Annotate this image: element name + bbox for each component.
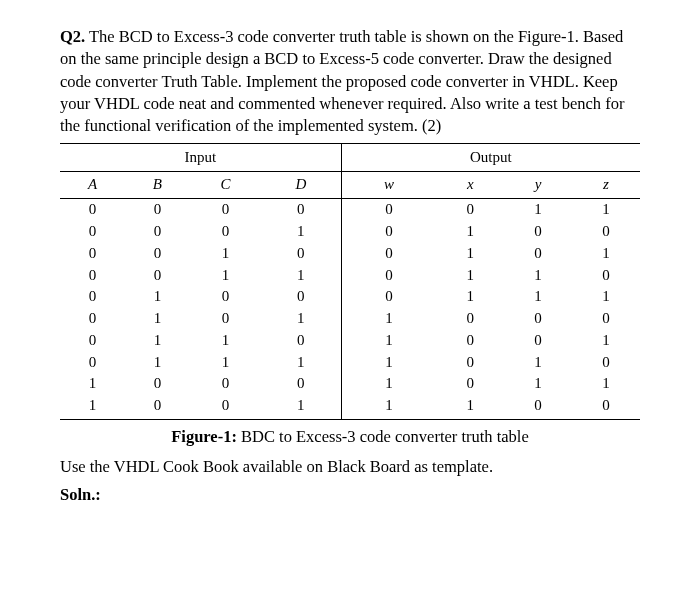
table-cell: 1 <box>572 373 640 395</box>
table-cell: 0 <box>436 351 504 373</box>
table-row: 01101001 <box>60 329 640 351</box>
table-cell: 0 <box>261 373 341 395</box>
table-row: 01111010 <box>60 351 640 373</box>
table-cell: 0 <box>341 242 436 264</box>
table-cell: 0 <box>190 221 261 243</box>
col-z: z <box>572 171 640 198</box>
col-x: x <box>436 171 504 198</box>
table-cell: 1 <box>572 329 640 351</box>
table-cell: 1 <box>125 329 190 351</box>
truth-table-container: Input Output A B C D w x y z 00000011000… <box>60 143 640 420</box>
table-cell: 0 <box>341 221 436 243</box>
table-column-header-row: A B C D w x y z <box>60 171 640 198</box>
table-row: 00100101 <box>60 242 640 264</box>
table-cell: 1 <box>125 351 190 373</box>
table-cell: 0 <box>436 198 504 220</box>
table-group-header-row: Input Output <box>60 144 640 171</box>
table-cell: 0 <box>261 286 341 308</box>
table-cell: 0 <box>572 395 640 420</box>
table-cell: 0 <box>125 221 190 243</box>
table-cell: 1 <box>60 395 125 420</box>
table-cell: 0 <box>436 373 504 395</box>
figure-label: Figure-1: <box>171 427 237 446</box>
figure-text: BDC to Excess-3 code converter truth tab… <box>237 427 529 446</box>
table-cell: 0 <box>504 329 572 351</box>
table-cell: 0 <box>60 198 125 220</box>
table-row: 01011000 <box>60 308 640 330</box>
table-cell: 1 <box>125 286 190 308</box>
table-cell: 1 <box>504 373 572 395</box>
table-cell: 0 <box>504 395 572 420</box>
table-cell: 0 <box>60 329 125 351</box>
table-cell: 0 <box>60 308 125 330</box>
table-cell: 0 <box>341 286 436 308</box>
table-row: 10011100 <box>60 395 640 420</box>
table-body: 0000001100010100001001010011011001000111… <box>60 198 640 419</box>
solution-label: Soln.: <box>60 484 640 506</box>
table-cell: 0 <box>60 242 125 264</box>
table-cell: 0 <box>261 329 341 351</box>
table-cell: 0 <box>190 395 261 420</box>
table-cell: 0 <box>341 198 436 220</box>
table-cell: 1 <box>341 351 436 373</box>
table-cell: 0 <box>341 264 436 286</box>
table-cell: 0 <box>504 221 572 243</box>
table-cell: 1 <box>341 329 436 351</box>
table-cell: 1 <box>261 395 341 420</box>
table-cell: 0 <box>60 351 125 373</box>
table-cell: 1 <box>190 351 261 373</box>
table-cell: 1 <box>504 264 572 286</box>
col-B: B <box>125 171 190 198</box>
question-body: The BCD to Excess-3 code converter truth… <box>60 27 624 135</box>
table-cell: 1 <box>261 308 341 330</box>
table-cell: 0 <box>261 242 341 264</box>
table-cell: 0 <box>261 198 341 220</box>
table-cell: 1 <box>341 395 436 420</box>
table-cell: 1 <box>572 242 640 264</box>
table-cell: 1 <box>341 308 436 330</box>
table-row: 01000111 <box>60 286 640 308</box>
table-row: 00010100 <box>60 221 640 243</box>
table-cell: 0 <box>436 308 504 330</box>
table-cell: 1 <box>436 221 504 243</box>
table-row: 00110110 <box>60 264 640 286</box>
table-cell: 0 <box>504 242 572 264</box>
table-cell: 0 <box>190 373 261 395</box>
table-cell: 1 <box>504 198 572 220</box>
table-cell: 0 <box>60 264 125 286</box>
table-cell: 1 <box>190 264 261 286</box>
table-cell: 1 <box>572 198 640 220</box>
group-header-input: Input <box>60 144 341 171</box>
table-cell: 1 <box>436 286 504 308</box>
footnote-text: Use the VHDL Cook Book available on Blac… <box>60 456 640 478</box>
table-cell: 1 <box>504 351 572 373</box>
table-cell: 1 <box>436 264 504 286</box>
col-D: D <box>261 171 341 198</box>
table-cell: 0 <box>504 308 572 330</box>
truth-table: Input Output A B C D w x y z 00000011000… <box>60 143 640 420</box>
table-cell: 0 <box>436 329 504 351</box>
table-cell: 1 <box>261 351 341 373</box>
table-cell: 0 <box>125 373 190 395</box>
table-cell: 0 <box>190 286 261 308</box>
table-cell: 0 <box>190 308 261 330</box>
table-cell: 0 <box>572 221 640 243</box>
table-cell: 0 <box>125 198 190 220</box>
question-label: Q2. <box>60 27 85 46</box>
table-row: 00000011 <box>60 198 640 220</box>
group-header-output: Output <box>341 144 640 171</box>
table-cell: 1 <box>261 221 341 243</box>
col-A: A <box>60 171 125 198</box>
figure-caption: Figure-1: BDC to Excess-3 code converter… <box>60 426 640 448</box>
col-y: y <box>504 171 572 198</box>
table-cell: 0 <box>60 286 125 308</box>
table-cell: 1 <box>436 395 504 420</box>
table-cell: 1 <box>190 329 261 351</box>
table-row: 10001011 <box>60 373 640 395</box>
table-cell: 0 <box>572 308 640 330</box>
table-cell: 0 <box>125 395 190 420</box>
table-cell: 1 <box>261 264 341 286</box>
table-cell: 0 <box>190 198 261 220</box>
table-cell: 1 <box>190 242 261 264</box>
table-cell: 1 <box>504 286 572 308</box>
